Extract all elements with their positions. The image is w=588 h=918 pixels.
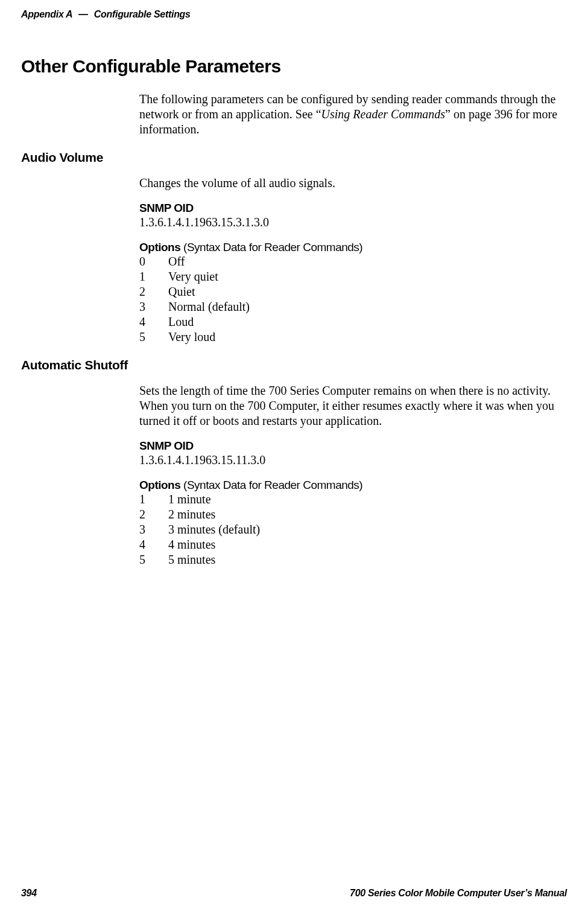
options-label-rest: (Syntax Data for Reader Commands) bbox=[180, 241, 362, 253]
section-heading-automatic-shutoff: Automatic Shutoff bbox=[21, 358, 567, 372]
footer-manual-title: 700 Series Color Mobile Computer User’s … bbox=[350, 888, 567, 899]
section-desc: Sets the length of time the 700 Series C… bbox=[139, 383, 561, 429]
page-number: 394 bbox=[21, 888, 37, 899]
option-value: Very loud bbox=[168, 330, 215, 345]
option-row: 2Quiet bbox=[139, 284, 561, 299]
option-value: Normal (default) bbox=[168, 299, 250, 314]
option-row: 5Very loud bbox=[139, 330, 561, 345]
intro-text-em: Using Reader Commands bbox=[321, 107, 446, 121]
option-row: 1Very quiet bbox=[139, 269, 561, 284]
snmp-oid-label: SNMP OID bbox=[139, 439, 561, 453]
option-row: 3Normal (default) bbox=[139, 299, 561, 314]
option-value: Off bbox=[168, 254, 185, 269]
option-key: 2 bbox=[139, 507, 168, 522]
page-header: Appendix A — Configurable Settings bbox=[21, 9, 567, 23]
options-label: Options (Syntax Data for Reader Commands… bbox=[139, 479, 561, 492]
option-key: 3 bbox=[139, 522, 168, 537]
header-separator: — bbox=[78, 9, 88, 19]
option-value: 4 minutes bbox=[168, 537, 215, 552]
header-appendix: Appendix bbox=[21, 9, 64, 19]
option-value: Very quiet bbox=[168, 269, 218, 284]
option-value: Quiet bbox=[168, 284, 195, 299]
option-value: 5 minutes bbox=[168, 552, 215, 567]
section-desc: Changes the volume of all audio signals. bbox=[139, 176, 561, 191]
option-row: 33 minutes (default) bbox=[139, 522, 561, 537]
snmp-oid-value: 1.3.6.1.4.1.1963.15.3.1.3.0 bbox=[139, 215, 561, 230]
option-key: 4 bbox=[139, 314, 168, 330]
option-value: 1 minute bbox=[168, 492, 211, 507]
option-row: 22 minutes bbox=[139, 507, 561, 522]
option-value: Loud bbox=[168, 314, 194, 330]
option-row: 4Loud bbox=[139, 314, 561, 330]
section-heading-audio-volume: Audio Volume bbox=[21, 150, 567, 165]
option-key: 1 bbox=[139, 269, 168, 284]
option-key: 2 bbox=[139, 284, 168, 299]
page-title: Other Configurable Parameters bbox=[21, 56, 567, 77]
option-row: 44 minutes bbox=[139, 537, 561, 552]
option-key: 5 bbox=[139, 330, 168, 345]
header-appendix-letter: A bbox=[66, 9, 72, 19]
options-label-bold: Options bbox=[139, 479, 180, 491]
options-label-bold: Options bbox=[139, 241, 180, 253]
option-key: 5 bbox=[139, 552, 168, 567]
header-title: Configurable Settings bbox=[94, 9, 191, 19]
option-row: 11 minute bbox=[139, 492, 561, 507]
snmp-oid-value: 1.3.6.1.4.1.1963.15.11.3.0 bbox=[139, 453, 561, 468]
options-label: Options (Syntax Data for Reader Commands… bbox=[139, 241, 561, 254]
option-key: 4 bbox=[139, 537, 168, 552]
option-key: 3 bbox=[139, 299, 168, 314]
options-label-rest: (Syntax Data for Reader Commands) bbox=[180, 479, 362, 491]
snmp-oid-label: SNMP OID bbox=[139, 202, 561, 215]
option-value: 2 minutes bbox=[168, 507, 215, 522]
page-footer: 394 700 Series Color Mobile Computer Use… bbox=[21, 888, 567, 899]
options-list: 11 minute 22 minutes 33 minutes (default… bbox=[139, 492, 561, 567]
option-row: 0Off bbox=[139, 254, 561, 269]
option-value: 3 minutes (default) bbox=[168, 522, 260, 537]
option-row: 55 minutes bbox=[139, 552, 561, 567]
option-key: 1 bbox=[139, 492, 168, 507]
options-list: 0Off 1Very quiet 2Quiet 3Normal (default… bbox=[139, 254, 561, 345]
option-key: 0 bbox=[139, 254, 168, 269]
intro-paragraph: The following parameters can be configur… bbox=[139, 92, 561, 137]
